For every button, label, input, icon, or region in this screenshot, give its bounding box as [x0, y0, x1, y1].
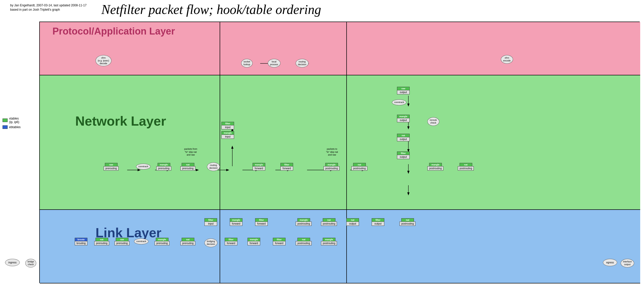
raw-output-table: raw [397, 87, 410, 90]
mangle-output-node: mangle output [397, 115, 410, 122]
filter-output-link-hook: output [372, 222, 384, 226]
xfrm-encode-node: xfrmencode [501, 55, 513, 64]
nat-output-hook: output [397, 137, 410, 141]
raw-prerouting-link-node: raw prerouting [115, 238, 129, 245]
mangle-prerouting-table: mangle [158, 163, 170, 166]
interface-output-node: interfaceoutput [621, 259, 634, 267]
nat-postrouting-out-node: nat postrouting [458, 163, 474, 171]
filter-forward-link3-node: filter forward [273, 238, 286, 245]
nat-prerouting-link2-table: nat [182, 238, 194, 241]
nat-prerouting-link-hook: prerouting [94, 241, 109, 245]
nat-postrouting-net-hook: postrouting [351, 166, 367, 171]
mangle-prerouting-hook: prerouting [156, 166, 171, 171]
mangle-input-node: mangle input [221, 131, 234, 139]
bridging-decision-oval: bridgingdecision [204, 239, 217, 247]
raw-output-hook: output [397, 90, 410, 94]
ingress-node: ingress [5, 259, 20, 266]
mangle-postrouting-net-hook: postrouting [324, 166, 339, 171]
broute-brouting-table: broute [75, 238, 87, 241]
filter-forward-table: filter [280, 163, 293, 166]
mangle-postrouting-net-node: mangle postrouting [324, 163, 339, 171]
subtitle-line1: by Jan Engelhardt, 2007-03-14, last upda… [10, 3, 87, 8]
conntrack-output-oval: conntrack [392, 99, 406, 105]
routing-decision-pre-node: routingdecision [207, 162, 220, 171]
nat-postrouting-link-far-node: nat postrouting [400, 218, 415, 226]
packets-from-lo: packets from"lo" skip natand raw [184, 148, 197, 157]
filter-output-table: filter [397, 151, 410, 155]
filter-output-link-node: filter output [372, 218, 384, 226]
mangle-forward-link-table: mangle [230, 218, 242, 222]
mangle-postrouting-link-upper-table: mangle [297, 218, 310, 222]
nat-output-table: nat [397, 134, 410, 137]
conntrack-link-node: conntrack [134, 239, 148, 244]
mangle-prerouting-link-hook: prerouting [155, 241, 169, 245]
filter-input-hook: input [221, 125, 234, 129]
nat-postrouting-link-node: nat postrouting [296, 238, 312, 245]
mangle-postrouting-out-node: mangle postrouting [427, 163, 443, 171]
nat-output-link-table: nat [346, 218, 359, 222]
interface-output-oval: interfaceoutput [621, 259, 634, 267]
packets-to-lo: packets to"lo" skip natand raw [326, 148, 338, 157]
mangle-input-hook: input [221, 134, 234, 139]
nat-prerouting-link-node: nat prerouting [94, 238, 109, 245]
legend-blue-box [3, 125, 8, 129]
egress-oval: egress [603, 259, 617, 266]
subtitle-line2: based in part on Josh Triplett's graph [10, 8, 87, 12]
mangle-postrouting-link-upper-node: mangle postrouting [296, 218, 312, 226]
mangle-forward-node: mangle forward [253, 163, 265, 171]
bridging-decision-node: bridgingdecision [204, 239, 217, 247]
legend-ebtables-label: ebtables [9, 125, 21, 129]
conntrack-output-node: conntrack [392, 99, 406, 105]
filter-input-link-node: filter input [204, 218, 217, 226]
socket-lookup-node: socketlookup [241, 59, 253, 67]
reroute-check-oval: reroutecheck [427, 117, 439, 126]
raw-prerouting-link-hook: prerouting [115, 241, 129, 245]
filter-forward-hook: forward [280, 166, 293, 171]
nat-postrouting-link-upper-node: nat postrouting [321, 218, 337, 226]
nat-postrouting-link-table: nat [297, 238, 310, 241]
nat-postrouting-link-far-table: nat [401, 218, 414, 222]
nat-postrouting-out-table: nat [460, 163, 472, 166]
mangle-forward-table: mangle [253, 163, 265, 166]
mangle-prerouting-node: mangle prerouting [156, 163, 171, 171]
mangle-prerouting-link-table: mangle [156, 238, 168, 241]
routing-decision-app-node: routingdecision [296, 59, 309, 67]
mangle-forward-link2-node: mangle forward [248, 238, 260, 245]
mangle-postrouting-out-hook: postrouting [427, 166, 443, 171]
mangle-output-hook: output [397, 118, 410, 122]
subtitle: by Jan Engelhardt, 2007-03-14, last upda… [10, 3, 87, 12]
filter-input-link-hook: input [204, 222, 217, 226]
nat-prerouting-node: nat prerouting [180, 163, 195, 171]
legend-xtables-label: xtables (ip, ip6) [9, 117, 19, 124]
mangle-postrouting-link-node: mangle postrouting [321, 238, 337, 245]
filter-input-link-table: filter [204, 218, 217, 222]
filter-input-table: filter [221, 122, 234, 125]
raw-prerouting-node: raw prerouting [104, 163, 119, 171]
filter-forward-link3-table: filter [273, 238, 286, 241]
nat-prerouting-hook: prerouting [180, 166, 195, 171]
nat-prerouting-link2-node: nat prerouting [180, 238, 195, 245]
mangle-postrouting-link-upper-hook: postrouting [296, 222, 312, 226]
bridge-check-oval: bridgecheck [25, 259, 36, 267]
nat-postrouting-net-table: nat [353, 163, 366, 166]
filter-forward-link2-node: filter forward [225, 238, 237, 245]
filter-forward-link2-hook: forward [225, 241, 237, 245]
mangle-prerouting-link-node: mangle prerouting [155, 238, 169, 245]
filter-forward-link-table: filter [255, 218, 268, 222]
routing-decision-pre-oval: routingdecision [207, 162, 220, 171]
filter-input-node: filter input [221, 122, 234, 129]
filter-output-node: filter output [397, 151, 410, 159]
broute-brouting-hook: brouting [75, 241, 87, 245]
nat-postrouting-out-hook: postrouting [458, 166, 474, 171]
xfrm-decode-node: xfrm(e.g. ipsec)decode [96, 55, 111, 66]
legend: xtables (ip, ip6) ebtables [3, 117, 21, 130]
nat-postrouting-link-far-hook: postrouting [400, 222, 415, 226]
mangle-forward-link-node: mangle forward [230, 218, 242, 226]
nat-prerouting-table: nat [182, 163, 194, 166]
legend-xtables: xtables (ip, ip6) [3, 117, 21, 124]
nat-prerouting-link2-hook: prerouting [180, 241, 195, 245]
conntrack-pre-oval: conntrack [136, 164, 150, 170]
nat-prerouting-link-table: nat [96, 238, 108, 241]
filter-forward-link-node: filter forward [255, 218, 268, 226]
nat-postrouting-link-upper-hook: postrouting [321, 222, 337, 226]
